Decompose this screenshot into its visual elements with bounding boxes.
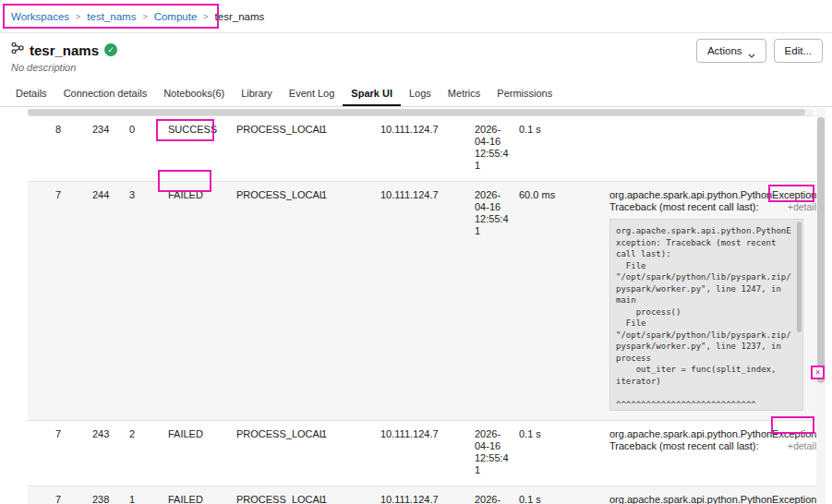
cell-attempt: 3 xyxy=(129,189,168,411)
cell-locality: PROCESS_LOCAL xyxy=(236,124,321,172)
cell-launch-time: 2026-04-16 12:55:41 xyxy=(475,124,519,172)
cell-attempt: 2 xyxy=(129,428,168,476)
page-header: tesr_nams ✓ No description Actions Edit.… xyxy=(0,33,832,81)
tab-bar: Details Connection details Notebooks(6) … xyxy=(0,81,832,107)
cell-host: 10.111.124.7 xyxy=(380,189,475,411)
tab-connection-details[interactable]: Connection details xyxy=(55,81,156,106)
cell-index: 7 xyxy=(55,189,92,411)
cell-attempt: 1 xyxy=(129,494,168,504)
cell-errors: org.apache.spark.api.python.PythonExcept… xyxy=(609,189,816,411)
cell-host: 10.111.124.7 xyxy=(380,494,475,504)
cell-duration: 0.1 s xyxy=(519,124,609,172)
cell-status: FAILED xyxy=(168,428,236,476)
horizontal-scrollbar-thumb[interactable] xyxy=(28,109,805,115)
cell-index: 8 xyxy=(55,124,92,172)
tab-notebooks[interactable]: Notebooks(6) xyxy=(155,81,233,106)
cell-host: 10.111.124.7 xyxy=(380,428,475,476)
cell-status: SUCCESS xyxy=(168,124,236,172)
breadcrumb: Workspaces > test_nams > Compute > tesr_… xyxy=(0,0,832,33)
breadcrumb-separator: > xyxy=(142,12,147,21)
traceback-text: org.apache.spark.api.python.PythonExcept… xyxy=(610,220,802,411)
error-class-text: org.apache.spark.api.python.PythonExcept… xyxy=(609,494,816,504)
cell-locality: PROCESS_LOCAL xyxy=(236,494,321,504)
edit-button[interactable]: Edit... xyxy=(774,39,823,63)
tab-details[interactable]: Details xyxy=(7,81,55,106)
table-row: 8 234 0 SUCCESS PROCESS_LOCAL 1 10.111.1… xyxy=(28,115,816,181)
vertical-scrollbar-thumb[interactable] xyxy=(817,117,825,383)
detail-toggle-link[interactable]: +detail xyxy=(788,440,816,452)
cell-task-id: 243 xyxy=(92,428,129,476)
cell-executor-id: 1 xyxy=(321,428,380,476)
cell-status: FAILED xyxy=(168,494,236,504)
cell-duration: 0.1 s xyxy=(519,428,609,476)
cell-task-id: 234 xyxy=(92,124,129,172)
chevron-down-icon xyxy=(748,49,755,54)
breadcrumb-current-page: tesr_nams xyxy=(215,11,265,22)
cell-duration: 0.1 s xyxy=(519,494,609,504)
cell-executor-id: 1 xyxy=(321,494,380,504)
traceback-scrollbar-thumb[interactable] xyxy=(797,222,802,332)
cell-errors xyxy=(609,124,816,172)
error-traceback-text: Traceback (most recent call last): xyxy=(609,440,759,452)
cell-task-id: 238 xyxy=(92,494,129,504)
cell-errors: org.apache.spark.api.python.PythonExcept… xyxy=(609,494,816,504)
actions-button[interactable]: Actions xyxy=(696,39,766,63)
compute-cluster-icon xyxy=(11,42,24,58)
tab-permissions[interactable]: Permissions xyxy=(488,81,561,106)
description-text: No description xyxy=(11,62,821,73)
traceback-panel[interactable]: org.apache.spark.api.python.PythonExcept… xyxy=(609,219,803,411)
cell-executor-id: 1 xyxy=(321,189,380,411)
cell-errors: org.apache.spark.api.python.PythonExcept… xyxy=(609,428,816,476)
table-row: 7 243 2 FAILED PROCESS_LOCAL 1 10.111.12… xyxy=(28,420,816,486)
detail-toggle-link[interactable]: +detail xyxy=(788,201,816,213)
cell-launch-time: 2026-04-16 12:55:41 xyxy=(475,189,519,411)
breadcrumb-link-workspaces[interactable]: Workspaces xyxy=(11,11,69,22)
cell-index: 7 xyxy=(55,494,92,504)
tab-library[interactable]: Library xyxy=(233,81,281,106)
vertical-scrollbar xyxy=(816,108,826,504)
tab-logs[interactable]: Logs xyxy=(401,81,440,106)
actions-button-label: Actions xyxy=(707,45,742,56)
cell-launch-time: 2026-04-16 12:55:41 xyxy=(475,428,519,476)
breadcrumb-separator: > xyxy=(203,12,208,21)
cell-locality: PROCESS_LOCAL xyxy=(236,189,321,411)
cell-status: FAILED xyxy=(168,189,236,411)
cell-launch-time: 2026-04-16 12:55:41 xyxy=(475,494,519,504)
table-row: 7 238 1 FAILED PROCESS_LOCAL 1 10.111.12… xyxy=(28,486,816,504)
horizontal-scrollbar xyxy=(28,109,814,115)
tab-event-log[interactable]: Event Log xyxy=(281,81,344,106)
status-check-icon: ✓ xyxy=(104,43,117,56)
cell-duration: 60.0 ms xyxy=(519,189,609,411)
cell-executor-id: 1 xyxy=(321,124,380,172)
tab-spark-ui[interactable]: Spark UI xyxy=(343,81,401,106)
cell-locality: PROCESS_LOCAL xyxy=(236,428,321,476)
cell-task-id: 244 xyxy=(92,189,129,411)
tab-metrics[interactable]: Metrics xyxy=(440,81,488,106)
table-row: 7 244 3 FAILED PROCESS_LOCAL 1 10.111.12… xyxy=(28,181,816,420)
cell-attempt: 0 xyxy=(129,124,168,172)
breadcrumb-link-compute[interactable]: Compute xyxy=(154,11,198,22)
breadcrumb-link-workspace-name[interactable]: test_nams xyxy=(87,11,136,22)
spark-tasks-table: 8 234 0 SUCCESS PROCESS_LOCAL 1 10.111.1… xyxy=(28,115,816,504)
cell-index: 7 xyxy=(55,428,92,476)
cell-host: 10.111.124.7 xyxy=(380,124,475,172)
edit-button-label: Edit... xyxy=(785,45,812,56)
error-traceback-text: Traceback (most recent call last): xyxy=(609,201,759,213)
error-class-text: org.apache.spark.api.python.PythonExcept… xyxy=(609,189,816,201)
error-class-text: org.apache.spark.api.python.PythonExcept… xyxy=(609,428,816,440)
breadcrumb-separator: > xyxy=(76,12,80,21)
page-title: tesr_nams xyxy=(30,42,99,58)
